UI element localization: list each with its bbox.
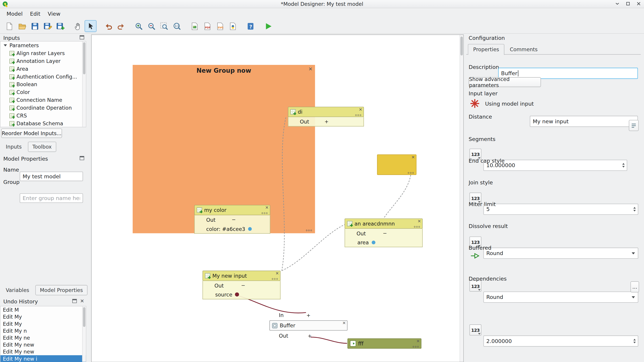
node-di-header[interactable]: di ✕ ooo — [288, 107, 364, 117]
socket-dot[interactable] — [248, 227, 252, 231]
node-fff-header[interactable]: fff ✕ ooo — [348, 338, 421, 348]
select-tool-button[interactable] — [84, 20, 96, 32]
undo-item[interactable]: Edit M — [0, 306, 86, 313]
float-dock-icon[interactable] — [72, 299, 77, 303]
undo-item[interactable]: Edit My — [0, 320, 86, 327]
more-dots-icon[interactable]: ooo — [261, 212, 268, 215]
tree-root-parameters[interactable]: Parameters — [0, 42, 86, 49]
save-model-button[interactable] — [29, 20, 40, 32]
spin-buttons[interactable] — [633, 336, 636, 346]
undo-scrollbar-thumb[interactable] — [83, 307, 86, 327]
expand-plus-icon[interactable]: + — [324, 118, 328, 124]
new-model-button[interactable] — [3, 20, 15, 32]
node-my-color-header[interactable]: my color ✕ ooo — [194, 205, 270, 215]
undo-item[interactable]: Edit My new — [0, 348, 86, 355]
zoom-in-button[interactable] — [133, 20, 144, 32]
close-node-icon[interactable]: ✕ — [411, 155, 415, 159]
export-pdf-button[interactable]: PDF — [201, 20, 213, 32]
model-name-input[interactable] — [20, 172, 83, 181]
join-style-combobox[interactable]: Round — [483, 292, 638, 303]
tab-variables[interactable]: Variables — [1, 285, 34, 295]
export-python-button[interactable] — [227, 20, 238, 32]
help-button[interactable]: ? — [244, 20, 256, 32]
more-dots-icon[interactable]: ooo — [414, 225, 420, 229]
spin-down-icon[interactable] — [633, 210, 636, 212]
export-image-button[interactable] — [188, 20, 200, 32]
reorder-inputs-button[interactable]: Reorder Model Inputs... — [1, 129, 62, 138]
model-group-input[interactable] — [20, 194, 83, 203]
more-dots-icon[interactable]: ooo — [272, 277, 278, 281]
tree-item[interactable]: Authentication Config... — [0, 73, 86, 80]
end-cap-style-combobox[interactable]: Round — [483, 248, 638, 259]
close-node-icon[interactable]: ✕ — [265, 206, 268, 210]
tree-item[interactable]: Connection Name — [0, 96, 86, 104]
expand-plus-icon[interactable]: + — [306, 312, 310, 318]
undo-item-selected[interactable]: Edit My new i — [0, 355, 86, 362]
canvas-scrollbar-thumb[interactable] — [460, 36, 463, 55]
undo-item[interactable]: Edit My ne — [0, 334, 86, 341]
expand-arrow-icon[interactable] — [4, 44, 7, 46]
data-type-button[interactable]: 123 — [470, 280, 481, 292]
zoom-out-button[interactable] — [146, 20, 157, 32]
menu-edit[interactable]: Edit — [27, 9, 44, 18]
tree-item[interactable]: Coordinate Operation — [0, 104, 86, 112]
node-my-new-input-header[interactable]: My new input ✕ ooo — [202, 271, 280, 281]
more-dots-icon[interactable]: ooo — [355, 113, 362, 117]
collapse-minus-icon[interactable]: − — [383, 230, 387, 236]
node-an-areacdnmnn-header[interactable]: an areacdnmnn ✕ ooo — [344, 218, 423, 229]
tree-scrollbar[interactable] — [82, 42, 86, 127]
spin-buttons[interactable] — [633, 204, 636, 214]
tab-comments[interactable]: Comments — [504, 44, 543, 55]
node-fff[interactable]: fff ✕ ooo — [348, 338, 421, 348]
tree-item[interactable]: Area — [0, 65, 86, 73]
canvas-scrollbar[interactable] — [460, 35, 464, 362]
tree-item[interactable]: CRS — [0, 112, 86, 120]
undo-item[interactable]: Edit My n — [0, 327, 86, 334]
node-buffer[interactable]: In + Buffer ✕ Out + — [270, 310, 348, 341]
tree-item[interactable]: Align raster Layers — [0, 49, 86, 57]
menu-view[interactable]: View — [44, 9, 64, 18]
tree-item[interactable]: Color — [0, 88, 86, 96]
close-node-icon[interactable]: ✕ — [359, 108, 362, 112]
dependencies-more-button[interactable]: ... — [630, 281, 639, 292]
close-node-icon[interactable]: ✕ — [276, 272, 279, 276]
spin-up-icon[interactable] — [622, 163, 625, 165]
spin-down-icon[interactable] — [633, 342, 636, 343]
close-dock-icon[interactable]: ✕ — [80, 299, 84, 303]
more-dots-icon[interactable]: ooo — [413, 345, 419, 349]
socket-dot[interactable] — [372, 240, 376, 244]
menu-model[interactable]: Model — [3, 9, 26, 18]
minimize-button[interactable] — [614, 1, 620, 7]
node-unnamed[interactable]: ✕ ooo — [377, 154, 416, 175]
collapse-minus-icon[interactable]: − — [241, 282, 245, 288]
close-node-icon[interactable]: ✕ — [418, 219, 421, 223]
tab-toolbox[interactable]: Toolbox — [28, 142, 56, 152]
save-model-in-project-button[interactable] — [54, 20, 66, 32]
more-dots-icon[interactable]: ooo — [408, 171, 414, 175]
miter-limit-spinbox[interactable]: 2.000000 — [483, 336, 638, 347]
open-model-button[interactable] — [16, 20, 28, 32]
tab-model-properties[interactable]: Model Properties — [35, 285, 88, 295]
titlebar[interactable]: *Model Designer: My test model — [0, 0, 644, 8]
tree-item[interactable]: Annotation Layer — [0, 57, 86, 65]
zoom-actual-button[interactable]: 1:1 — [171, 20, 183, 32]
data-type-button[interactable]: 123 — [470, 324, 481, 336]
distance-spinbox[interactable]: 10.000000 — [483, 160, 627, 171]
undo-scrollbar[interactable] — [82, 306, 86, 362]
spin-buttons[interactable] — [622, 160, 625, 170]
spin-up-icon[interactable] — [633, 339, 636, 340]
collapse-minus-icon[interactable]: − — [232, 217, 236, 222]
float-dock-icon[interactable] — [80, 35, 84, 40]
run-model-button[interactable] — [262, 20, 274, 32]
undo-item[interactable]: Edit My new — [0, 341, 86, 348]
expand-plus-icon[interactable]: + — [308, 333, 312, 339]
tree-item[interactable]: Database Schema — [0, 120, 86, 127]
socket-dot[interactable] — [235, 292, 239, 296]
float-dock-icon[interactable] — [80, 156, 84, 160]
input-layer-combobox[interactable]: My new input — [530, 116, 638, 127]
tree-item[interactable]: Boolean — [0, 80, 86, 88]
model-canvas[interactable]: New Group now ✕ ooo di ✕ ooo Out + — [91, 34, 464, 362]
node-di[interactable]: di ✕ ooo Out + — [288, 107, 364, 126]
show-advanced-parameters-button[interactable]: Show advanced parameters — [468, 77, 541, 87]
close-button[interactable] — [636, 1, 642, 7]
